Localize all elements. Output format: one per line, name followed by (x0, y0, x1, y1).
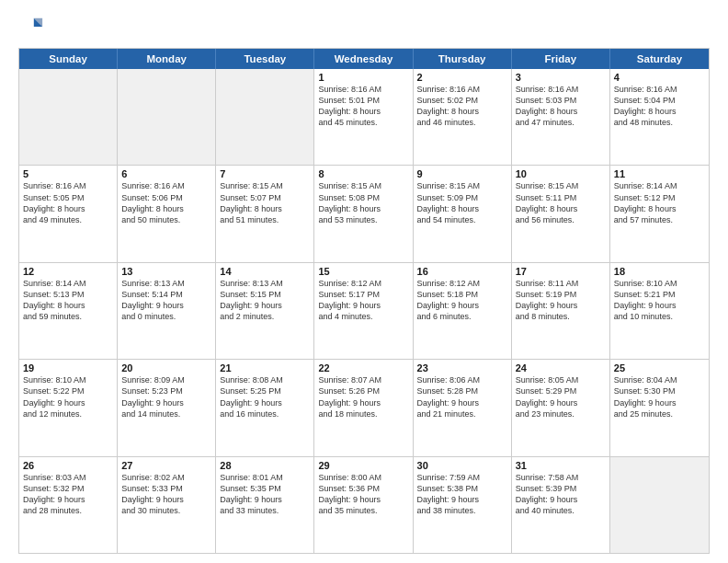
day-cell-23: 23Sunrise: 8:06 AM Sunset: 5:28 PM Dayli… (414, 360, 512, 455)
day-info: Sunrise: 8:00 AM Sunset: 5:36 PM Dayligh… (318, 472, 408, 517)
day-info: Sunrise: 8:15 AM Sunset: 5:08 PM Dayligh… (318, 180, 408, 225)
day-info: Sunrise: 8:10 AM Sunset: 5:21 PM Dayligh… (614, 278, 705, 323)
day-cell-10: 10Sunrise: 8:15 AM Sunset: 5:11 PM Dayli… (512, 166, 610, 261)
day-cell-24: 24Sunrise: 8:05 AM Sunset: 5:29 PM Dayli… (512, 360, 610, 455)
day-info: Sunrise: 7:59 AM Sunset: 5:38 PM Dayligh… (417, 472, 507, 517)
header-day-monday: Monday (118, 49, 216, 69)
day-info: Sunrise: 8:07 AM Sunset: 5:26 PM Dayligh… (318, 374, 408, 419)
day-info: Sunrise: 8:16 AM Sunset: 5:03 PM Dayligh… (516, 84, 606, 129)
day-cell-14: 14Sunrise: 8:13 AM Sunset: 5:15 PM Dayli… (216, 263, 314, 359)
day-cell-3: 3Sunrise: 8:16 AM Sunset: 5:03 PM Daylig… (512, 69, 610, 165)
day-number: 13 (121, 266, 211, 277)
day-info: Sunrise: 8:12 AM Sunset: 5:18 PM Dayligh… (417, 278, 507, 323)
day-info: Sunrise: 8:15 AM Sunset: 5:07 PM Dayligh… (220, 180, 310, 225)
day-info: Sunrise: 8:12 AM Sunset: 5:17 PM Dayligh… (318, 278, 408, 323)
header (18, 15, 710, 40)
day-number: 27 (121, 460, 211, 471)
header-day-thursday: Thursday (414, 49, 512, 69)
day-info: Sunrise: 8:06 AM Sunset: 5:28 PM Dayligh… (417, 374, 507, 419)
day-number: 2 (417, 72, 507, 83)
day-number: 20 (121, 362, 211, 373)
day-info: Sunrise: 8:11 AM Sunset: 5:19 PM Dayligh… (516, 278, 606, 323)
day-info: Sunrise: 8:05 AM Sunset: 5:29 PM Dayligh… (516, 374, 606, 419)
day-cell-30: 30Sunrise: 7:59 AM Sunset: 5:38 PM Dayli… (414, 457, 512, 553)
day-number: 3 (516, 72, 606, 83)
calendar-week-3: 12Sunrise: 8:14 AM Sunset: 5:13 PM Dayli… (19, 262, 709, 359)
day-number: 16 (417, 266, 507, 277)
calendar-week-1: 1Sunrise: 8:16 AM Sunset: 5:01 PM Daylig… (19, 69, 709, 165)
day-number: 29 (318, 460, 408, 471)
day-cell-9: 9Sunrise: 8:15 AM Sunset: 5:09 PM Daylig… (414, 166, 512, 261)
day-info: Sunrise: 8:04 AM Sunset: 5:30 PM Dayligh… (614, 374, 705, 419)
day-number: 28 (220, 460, 310, 471)
day-cell-2: 2Sunrise: 8:16 AM Sunset: 5:02 PM Daylig… (414, 69, 512, 165)
day-cell-18: 18Sunrise: 8:10 AM Sunset: 5:21 PM Dayli… (610, 263, 709, 359)
empty-cell (19, 69, 118, 165)
day-number: 7 (220, 168, 310, 179)
day-info: Sunrise: 8:01 AM Sunset: 5:35 PM Dayligh… (220, 472, 310, 517)
day-number: 23 (417, 362, 507, 373)
empty-cell (118, 69, 216, 165)
day-cell-12: 12Sunrise: 8:14 AM Sunset: 5:13 PM Dayli… (19, 263, 118, 359)
header-day-wednesday: Wednesday (314, 49, 413, 69)
header-day-tuesday: Tuesday (216, 49, 314, 69)
day-info: Sunrise: 8:14 AM Sunset: 5:12 PM Dayligh… (614, 180, 705, 225)
day-number: 10 (516, 168, 606, 179)
calendar-week-2: 5Sunrise: 8:16 AM Sunset: 5:05 PM Daylig… (19, 165, 709, 261)
day-cell-17: 17Sunrise: 8:11 AM Sunset: 5:19 PM Dayli… (512, 263, 610, 359)
day-info: Sunrise: 8:16 AM Sunset: 5:02 PM Dayligh… (417, 84, 507, 129)
day-cell-15: 15Sunrise: 8:12 AM Sunset: 5:17 PM Dayli… (314, 263, 413, 359)
empty-cell (216, 69, 314, 165)
day-cell-29: 29Sunrise: 8:00 AM Sunset: 5:36 PM Dayli… (314, 457, 413, 553)
day-cell-22: 22Sunrise: 8:07 AM Sunset: 5:26 PM Dayli… (314, 360, 413, 455)
day-number: 4 (614, 72, 705, 83)
day-number: 19 (23, 362, 113, 373)
day-cell-11: 11Sunrise: 8:14 AM Sunset: 5:12 PM Dayli… (610, 166, 709, 261)
day-number: 12 (23, 266, 113, 277)
empty-cell (610, 457, 709, 553)
day-number: 6 (121, 168, 211, 179)
day-info: Sunrise: 8:16 AM Sunset: 5:01 PM Dayligh… (318, 84, 408, 129)
day-cell-20: 20Sunrise: 8:09 AM Sunset: 5:23 PM Dayli… (118, 360, 216, 455)
day-cell-26: 26Sunrise: 8:03 AM Sunset: 5:32 PM Dayli… (19, 457, 118, 553)
day-info: Sunrise: 8:08 AM Sunset: 5:25 PM Dayligh… (220, 374, 310, 419)
day-cell-19: 19Sunrise: 8:10 AM Sunset: 5:22 PM Dayli… (19, 360, 118, 455)
day-info: Sunrise: 8:02 AM Sunset: 5:33 PM Dayligh… (121, 472, 211, 517)
day-cell-4: 4Sunrise: 8:16 AM Sunset: 5:04 PM Daylig… (610, 69, 709, 165)
day-info: Sunrise: 8:10 AM Sunset: 5:22 PM Dayligh… (23, 374, 113, 419)
day-cell-8: 8Sunrise: 8:15 AM Sunset: 5:08 PM Daylig… (314, 166, 413, 261)
day-number: 14 (220, 266, 310, 277)
day-cell-28: 28Sunrise: 8:01 AM Sunset: 5:35 PM Dayli… (216, 457, 314, 553)
day-cell-25: 25Sunrise: 8:04 AM Sunset: 5:30 PM Dayli… (610, 360, 709, 455)
day-cell-13: 13Sunrise: 8:13 AM Sunset: 5:14 PM Dayli… (118, 263, 216, 359)
day-cell-1: 1Sunrise: 8:16 AM Sunset: 5:01 PM Daylig… (314, 69, 413, 165)
calendar: SundayMondayTuesdayWednesdayThursdayFrid… (18, 48, 710, 554)
day-number: 26 (23, 460, 113, 471)
day-cell-31: 31Sunrise: 7:58 AM Sunset: 5:39 PM Dayli… (512, 457, 610, 553)
day-number: 24 (516, 362, 606, 373)
day-number: 21 (220, 362, 310, 373)
calendar-week-4: 19Sunrise: 8:10 AM Sunset: 5:22 PM Dayli… (19, 359, 709, 455)
header-day-saturday: Saturday (610, 49, 709, 69)
day-info: Sunrise: 8:13 AM Sunset: 5:14 PM Dayligh… (121, 278, 211, 323)
day-cell-27: 27Sunrise: 8:02 AM Sunset: 5:33 PM Dayli… (118, 457, 216, 553)
day-cell-7: 7Sunrise: 8:15 AM Sunset: 5:07 PM Daylig… (216, 166, 314, 261)
day-number: 25 (614, 362, 705, 373)
header-day-friday: Friday (512, 49, 610, 69)
calendar-body: 1Sunrise: 8:16 AM Sunset: 5:01 PM Daylig… (19, 69, 709, 553)
day-cell-16: 16Sunrise: 8:12 AM Sunset: 5:18 PM Dayli… (414, 263, 512, 359)
day-info: Sunrise: 8:03 AM Sunset: 5:32 PM Dayligh… (23, 472, 113, 517)
day-number: 15 (318, 266, 408, 277)
day-number: 30 (417, 460, 507, 471)
header-day-sunday: Sunday (19, 49, 118, 69)
day-number: 5 (23, 168, 113, 179)
day-number: 9 (417, 168, 507, 179)
day-number: 22 (318, 362, 408, 373)
day-number: 11 (614, 168, 705, 179)
day-number: 31 (516, 460, 606, 471)
day-info: Sunrise: 8:15 AM Sunset: 5:09 PM Dayligh… (417, 180, 507, 225)
day-cell-5: 5Sunrise: 8:16 AM Sunset: 5:05 PM Daylig… (19, 166, 118, 261)
logo-icon (18, 15, 44, 40)
calendar-week-5: 26Sunrise: 8:03 AM Sunset: 5:32 PM Dayli… (19, 456, 709, 553)
day-info: Sunrise: 8:14 AM Sunset: 5:13 PM Dayligh… (23, 278, 113, 323)
